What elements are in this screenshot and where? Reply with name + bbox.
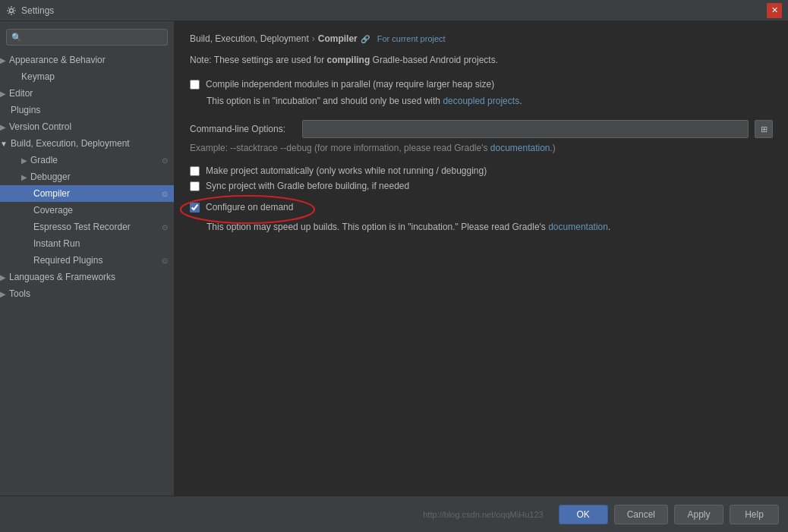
sidebar-item-instant-run[interactable]: Instant Run — [0, 235, 174, 252]
arrow-gradle: ▶ — [21, 156, 27, 165]
configure-demand-row: Configure on demand — [190, 202, 293, 212]
sync-gradle-checkbox[interactable] — [190, 181, 200, 191]
sidebar-item-build-execution[interactable]: ▼ Build, Execution, Deployment — [0, 135, 174, 152]
parallel-compile-checkbox[interactable] — [190, 80, 200, 90]
sidebar-item-coverage[interactable]: Coverage — [0, 202, 174, 219]
configure-note-prefix: This option may speed up builds. This op… — [206, 222, 548, 232]
note-text: Note: These settings are used for compil… — [190, 53, 773, 67]
sidebar-label-build-execution: Build, Execution, Deployment — [11, 138, 130, 149]
note-prefix: Note: These settings are used for — [190, 55, 327, 65]
sidebar-label-compiler: Compiler — [33, 188, 70, 199]
sidebar-item-compiler[interactable]: Compiler ⊙ — [0, 185, 174, 202]
arrow-build-execution: ▼ — [0, 140, 8, 148]
sidebar-item-version-control[interactable]: ▶ Version Control — [0, 118, 174, 135]
sidebar: 🔍 ▶ Appearance & Behavior Keymap ▶ Edito… — [0, 21, 175, 496]
watermark: http://blog.csdn.net/oqqMiHu123 — [9, 510, 544, 519]
title-bar-left: Settings — [6, 5, 54, 16]
close-button[interactable]: ✕ — [767, 3, 782, 18]
sidebar-label-instant-run: Instant Run — [33, 238, 80, 249]
sidebar-item-espresso[interactable]: Espresso Test Recorder ⊙ — [0, 219, 174, 235]
sidebar-label-tools: Tools — [9, 288, 30, 299]
sidebar-item-tools[interactable]: ▶ Tools — [0, 285, 174, 302]
ok-button[interactable]: OK — [559, 505, 608, 524]
sidebar-label-version-control: Version Control — [9, 121, 71, 132]
make-project-checkbox[interactable] — [190, 166, 200, 176]
parallel-note: This option is in "incubation" and shoul… — [206, 94, 773, 108]
note-suffix: Gradle-based Android projects. — [370, 55, 498, 65]
sidebar-item-plugins[interactable]: Plugins — [0, 102, 174, 118]
espresso-icon: ⊙ — [162, 223, 168, 231]
arrow-version-control: ▶ — [0, 123, 6, 131]
title-bar: Settings ✕ — [0, 0, 788, 21]
required-plugins-icon: ⊙ — [162, 257, 168, 265]
sidebar-label-gradle: Gradle — [30, 155, 58, 165]
configure-demand-section: Configure on demand This option may spee… — [190, 202, 773, 234]
project-link-icon: 🔗 — [361, 35, 370, 43]
breadcrumb-current: Compiler — [318, 33, 358, 44]
svg-point-0 — [10, 8, 14, 12]
documentation-link-2[interactable]: documentation — [548, 222, 608, 232]
gradle-icon: ⊙ — [162, 156, 168, 165]
note-bold: compiling — [327, 55, 370, 65]
example-prefix: Example: --stacktrace --debug (for more … — [190, 143, 490, 153]
arrow-appearance: ▶ — [0, 56, 6, 65]
sidebar-label-coverage: Coverage — [33, 205, 73, 216]
search-icon: 🔍 — [11, 33, 22, 42]
parallel-compile-label: Compile independent modules in parallel … — [206, 79, 494, 90]
parallel-section: Compile independent modules in parallel … — [190, 79, 773, 108]
sidebar-label-plugins: Plugins — [11, 105, 40, 115]
sidebar-label-debugger: Debugger — [30, 172, 71, 182]
sync-gradle-row: Sync project with Gradle before building… — [190, 181, 773, 191]
breadcrumb: Build, Execution, Deployment › Compiler … — [190, 33, 773, 44]
sidebar-label-required-plugins: Required Plugins — [33, 255, 102, 266]
documentation-link-1[interactable]: documentation — [490, 143, 550, 153]
settings-icon — [6, 5, 17, 16]
sidebar-label-espresso: Espresso Test Recorder — [33, 222, 131, 232]
sidebar-item-appearance[interactable]: ▶ Appearance & Behavior — [0, 52, 174, 68]
sync-gradle-label: Sync project with Gradle before building… — [206, 181, 409, 191]
arrow-tools: ▶ — [0, 290, 6, 298]
configure-note: This option may speed up builds. This op… — [206, 220, 773, 234]
cancel-button[interactable]: Cancel — [614, 505, 668, 524]
cmd-expand-icon: ⊞ — [761, 124, 768, 134]
sidebar-item-required-plugins[interactable]: Required Plugins ⊙ — [0, 252, 174, 269]
sidebar-item-debugger[interactable]: ▶ Debugger — [0, 168, 174, 185]
example-suffix: .) — [550, 143, 556, 153]
search-input[interactable] — [25, 32, 162, 42]
sidebar-label-editor: Editor — [9, 88, 33, 99]
apply-button[interactable]: Apply — [674, 505, 723, 524]
help-button[interactable]: Help — [730, 505, 779, 524]
main-layout: 🔍 ▶ Appearance & Behavior Keymap ▶ Edito… — [0, 21, 788, 496]
sidebar-item-editor[interactable]: ▶ Editor — [0, 85, 174, 102]
cmd-options-button[interactable]: ⊞ — [755, 120, 773, 138]
search-box[interactable]: 🔍 — [6, 29, 168, 46]
cmd-options-input[interactable] — [302, 120, 749, 138]
parallel-note-suffix: . — [519, 96, 522, 106]
configure-demand-label: Configure on demand — [206, 202, 293, 212]
make-project-row: Make project automatically (only works w… — [190, 165, 773, 176]
breadcrumb-separator: › — [312, 33, 315, 44]
sidebar-label-languages: Languages & Frameworks — [9, 272, 115, 282]
arrow-editor: ▶ — [0, 90, 6, 98]
arrow-debugger: ▶ — [21, 173, 27, 181]
sidebar-item-languages[interactable]: ▶ Languages & Frameworks — [0, 269, 174, 285]
make-project-label: Make project automatically (only works w… — [206, 165, 487, 176]
content-area: Build, Execution, Deployment › Compiler … — [175, 21, 788, 496]
cmd-options-row: Command-line Options: ⊞ — [190, 120, 773, 138]
sidebar-item-keymap[interactable]: Keymap — [0, 68, 174, 85]
parallel-note-prefix: This option is in "incubation" and shoul… — [206, 96, 443, 106]
compiler-icon: ⊙ — [162, 190, 168, 198]
window-title: Settings — [21, 5, 54, 16]
arrow-languages: ▶ — [0, 273, 6, 282]
configure-note-suffix: . — [608, 222, 610, 232]
bottom-bar: http://blog.csdn.net/oqqMiHu123 OK Cance… — [0, 496, 788, 532]
sidebar-item-gradle[interactable]: ▶ Gradle ⊙ — [0, 152, 174, 168]
sidebar-label-keymap: Keymap — [21, 71, 55, 82]
decoupled-projects-link[interactable]: decoupled projects — [443, 96, 519, 106]
breadcrumb-path: Build, Execution, Deployment — [190, 33, 309, 44]
cmd-options-label: Command-line Options: — [190, 124, 296, 134]
configure-demand-checkbox[interactable] — [190, 203, 200, 212]
project-link-label: For current project — [377, 34, 446, 43]
sidebar-label-appearance: Appearance & Behavior — [9, 55, 106, 65]
example-text: Example: --stacktrace --debug (for more … — [190, 143, 773, 153]
